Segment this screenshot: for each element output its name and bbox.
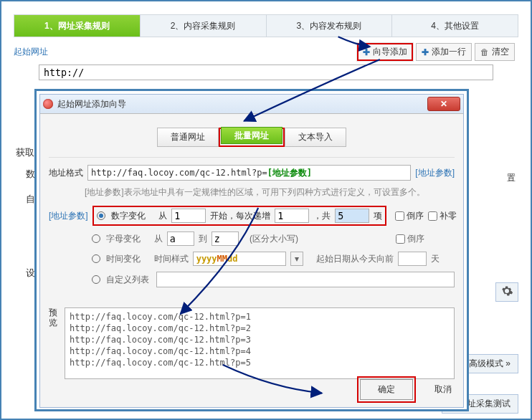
padzero-checkbox[interactable] xyxy=(428,211,437,221)
format-prefix: http://faq.locoy.com/qc-12.html?p= xyxy=(91,168,267,178)
plus-icon: ✚ xyxy=(363,47,370,57)
format-row: 地址格式 http://faq.locoy.com/qc-12.html?p=[… xyxy=(49,165,455,181)
tab-text-import-label: 文本导入 xyxy=(298,132,333,142)
format-hint: [地址参数]表示地址中具有一定规律性的区域，可用下列四种方式进行定义，可设置多个… xyxy=(85,186,455,199)
preview-box[interactable]: http://faq.locoy.com/qc-12.html?p=1 http… xyxy=(65,307,455,379)
clear-label: 清空 xyxy=(492,46,509,58)
step-tab-4-label: 4、其他设置 xyxy=(431,21,479,31)
start-url-label: 起始网址 xyxy=(14,46,48,58)
time-m: MM xyxy=(217,254,227,264)
step-tab-3[interactable]: 3、内容发布规则 xyxy=(267,15,393,37)
letter-reverse-wrap[interactable]: 倒序 xyxy=(396,233,424,245)
total-value-input[interactable] xyxy=(335,209,369,223)
padzero-check-wrap[interactable]: 补零 xyxy=(428,210,457,222)
bg-label-get: 获取 xyxy=(16,146,34,159)
app-icon xyxy=(43,99,53,109)
param-custom-row: 自定义列表 xyxy=(92,272,455,287)
step-value-input[interactable] xyxy=(275,209,309,223)
format-input[interactable]: http://faq.locoy.com/qc-12.html?p=[地址参数] xyxy=(87,165,411,181)
step-tab-4[interactable]: 4、其他设置 xyxy=(392,15,518,37)
step-tab-2[interactable]: 2、内容采集规则 xyxy=(141,15,267,37)
top-buttons: ✚ 向导添加 ✚ 添加一行 🗑 清空 xyxy=(357,43,515,61)
param-label: [地址参数] xyxy=(49,210,88,222)
step-label: 开始，每次递增 xyxy=(210,210,270,222)
opt-letter-radio[interactable] xyxy=(92,234,100,243)
date-dropdown-icon[interactable]: ▾ xyxy=(290,252,303,266)
bg-label-config: 置 xyxy=(507,172,516,184)
from-label: 从 xyxy=(158,210,167,222)
letter-from-input[interactable] xyxy=(167,232,194,246)
reverse-label: 倒序 xyxy=(407,211,424,221)
time-d: dd xyxy=(227,254,237,264)
time-fmt-input[interactable]: yyyyMMdd xyxy=(193,252,286,266)
reverse-check-wrap[interactable]: 倒序 xyxy=(395,210,424,222)
insert-param-link[interactable]: [地址参数] xyxy=(415,167,455,179)
preview-line: http://faq.locoy.com/qc-12.html?p=3 xyxy=(70,334,450,345)
from-value-input[interactable] xyxy=(171,209,206,223)
time-fmt-label: 时间样式 xyxy=(154,253,189,265)
dialog-body: 普通网址 批量网址 文本导入 地址格式 http://faq.locoy.com… xyxy=(40,113,463,407)
tab-normal-url[interactable]: 普通网址 xyxy=(157,128,219,147)
close-icon: ✕ xyxy=(440,99,447,109)
ok-button[interactable]: 确定 xyxy=(360,379,413,400)
opt-number-label: 数字变化 xyxy=(111,210,146,222)
custom-list-input[interactable] xyxy=(156,272,455,287)
right-peek: 置 xyxy=(507,172,518,184)
step-tab-2-label: 2、内容采集规则 xyxy=(171,21,236,31)
format-label: 地址格式 xyxy=(49,167,83,179)
steps-bar: 1、网址采集规则 2、内容采集规则 3、内容发布规则 4、其他设置 xyxy=(14,14,518,37)
tab-batch-url[interactable]: 批量网址 xyxy=(221,127,282,144)
settings-gear-button[interactable] xyxy=(495,282,518,302)
tab-normal-url-label: 普通网址 xyxy=(171,132,205,142)
opt-custom-radio[interactable] xyxy=(92,275,100,284)
param-letter-row: 字母变化 从 到 (区分大小写) 倒序 xyxy=(92,232,455,246)
cancel-label: 取消 xyxy=(434,384,452,394)
tab-batch-url-label: 批量网址 xyxy=(234,130,269,140)
total-label: ，共 xyxy=(313,210,331,222)
case-note: (区分大小写) xyxy=(250,233,298,245)
preview-label: 预 览 xyxy=(49,307,60,379)
advanced-mode-button[interactable]: 高级模式 » xyxy=(461,354,518,373)
dialog-actions: 确定 取消 xyxy=(357,376,456,403)
reverse-checkbox[interactable] xyxy=(395,211,404,221)
param-time-row: 时间变化 时间样式 yyyyMMdd ▾ 起始日期从今天向前 天 xyxy=(92,252,455,266)
plus-icon: ✚ xyxy=(422,47,429,57)
advanced-mode-label: 高级模式 » xyxy=(469,358,510,368)
preview-line: http://faq.locoy.com/qc-12.html?p=5 xyxy=(70,357,450,368)
clear-button[interactable]: 🗑 清空 xyxy=(475,43,515,61)
cancel-button[interactable]: 取消 xyxy=(430,380,456,399)
letter-to-input[interactable] xyxy=(212,232,239,246)
wizard-add-button[interactable]: ✚ 向导添加 xyxy=(357,43,413,61)
opt-letter-label: 字母变化 xyxy=(106,233,141,245)
gear-icon xyxy=(500,285,513,297)
padzero-label: 补零 xyxy=(440,211,457,221)
main-window: 1、网址采集规则 2、内容采集规则 3、内容发布规则 4、其他设置 起始网址 ✚… xyxy=(3,3,529,417)
wizard-add-label: 向导添加 xyxy=(373,46,407,58)
preview-line: http://faq.locoy.com/qc-12.html?p=4 xyxy=(70,345,450,357)
trash-icon: 🗑 xyxy=(480,47,489,57)
letter-reverse-checkbox[interactable] xyxy=(396,234,405,244)
preview-line: http://faq.locoy.com/qc-12.html?p=1 xyxy=(70,311,450,323)
time-start-label: 起始日期从今天向前 xyxy=(316,253,394,265)
tab-text-import[interactable]: 文本导入 xyxy=(285,128,346,147)
ok-label: 确定 xyxy=(378,384,395,394)
preview-row: 预 览 http://faq.locoy.com/qc-12.html?p=1 … xyxy=(49,307,455,379)
opt-time-radio[interactable] xyxy=(92,254,100,263)
step-tab-3-label: 3、内容发布规则 xyxy=(297,21,362,31)
unit-label: 项 xyxy=(374,210,382,222)
days-before-input[interactable] xyxy=(398,252,427,266)
step-tab-1-label: 1、网址采集规则 xyxy=(44,21,110,31)
add-row-button[interactable]: ✚ 添加一行 xyxy=(416,43,472,61)
number-change-group-highlight: 数字变化 从 开始，每次递增 ，共 项 xyxy=(92,206,387,226)
start-url-input[interactable] xyxy=(39,65,493,80)
time-y: yyyy xyxy=(196,254,217,264)
param-number-row: [地址参数] 数字变化 从 开始，每次递增 ，共 项 倒序 xyxy=(49,206,455,226)
wizard-dialog: 起始网址添加向导 ✕ 普通网址 批量网址 文本导入 地址格式 http://fa… xyxy=(34,89,469,411)
step-tab-1[interactable]: 1、网址采集规则 xyxy=(14,15,141,37)
dialog-title: 起始网址添加向导 xyxy=(57,98,126,110)
dialog-close-button[interactable]: ✕ xyxy=(427,97,460,111)
letter-to-label: 到 xyxy=(199,233,207,245)
letter-from-label: 从 xyxy=(154,233,163,245)
dialog-tabs: 普通网址 批量网址 文本导入 xyxy=(49,128,455,147)
opt-number-radio[interactable] xyxy=(97,211,105,220)
